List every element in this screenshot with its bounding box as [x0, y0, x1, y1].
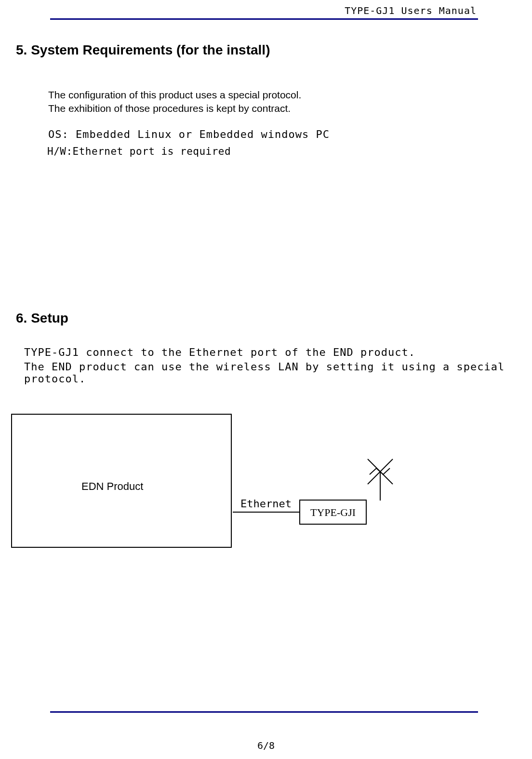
top-rule — [50, 18, 478, 20]
os-requirement: OS: Embedded Linux or Embedded windows P… — [48, 128, 330, 140]
doc-title: TYPE-GJ1 Users Manual — [345, 5, 477, 16]
section-5-line2: The exhibition of those procedures is ke… — [48, 103, 291, 114]
ethernet-connector-line — [233, 512, 299, 513]
section-5-paragraph: The configuration of this product uses a… — [48, 88, 301, 116]
hw-requirement: H/W:Ethernet port is required — [47, 146, 231, 157]
antenna-icon — [356, 447, 404, 501]
section-6-line1: TYPE-GJ1 connect to the Ethernet port of… — [24, 346, 415, 358]
type-gji-box: TYPE-GJI — [299, 500, 367, 525]
setup-diagram: EDN Product Ethernet TYPE-GJI — [11, 414, 397, 583]
page-number: 6/8 — [0, 740, 532, 751]
section-6-heading: 6. Setup — [16, 311, 68, 326]
ethernet-label: Ethernet — [240, 498, 292, 510]
edn-product-label: EDN Product — [81, 480, 143, 493]
section-6-line2: The END product can use the wireless LAN… — [24, 361, 532, 385]
bottom-rule — [50, 711, 478, 713]
section-5-heading: 5. System Requirements (for the install) — [16, 42, 270, 58]
section-5-line1: The configuration of this product uses a… — [48, 89, 301, 100]
